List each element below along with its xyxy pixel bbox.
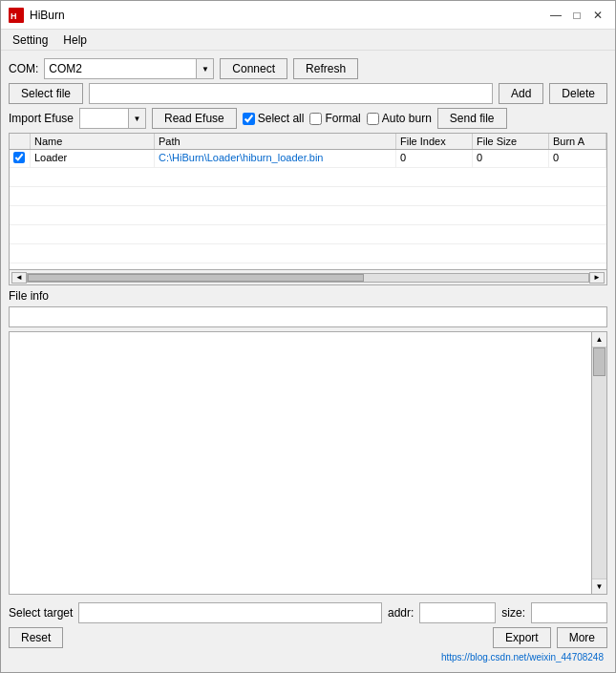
formal-checkbox-wrapper[interactable]: Formal [309,112,360,125]
file-info-row: File info [9,289,607,303]
row-checkbox-cell[interactable] [10,150,31,167]
file-action-row: Select file Add Delete [9,83,607,104]
table-row-empty-2 [10,187,606,206]
formal-label: Formal [325,112,360,125]
efuse-input[interactable] [80,109,128,128]
reset-button[interactable]: Reset [9,627,63,648]
formal-checkbox[interactable] [309,113,322,125]
connect-button[interactable]: Connect [220,58,287,79]
table-row-empty-3 [10,206,606,225]
h-scrollbar[interactable] [27,273,589,283]
row-checkbox[interactable] [13,152,25,163]
scroll-up-icon[interactable]: ▲ [592,332,607,347]
export-button[interactable]: Export [493,627,551,648]
file-table: Name Path File Index File Size Burn A Lo… [9,133,607,285]
size-input[interactable] [531,602,607,623]
v-scrollbar: ▲ ▼ [591,332,606,594]
auto-burn-checkbox-wrapper[interactable]: Auto burn [367,112,432,125]
title-bar: H HiBurn — □ ✕ [1,1,615,30]
size-label: size: [501,606,525,620]
select-all-checkbox[interactable] [243,113,255,125]
table-header: Name Path File Index File Size Burn A [10,134,606,150]
scroll-right-icon[interactable]: ► [589,272,605,284]
th-file-index: File Index [396,134,473,149]
com-input[interactable] [45,59,196,78]
table-row[interactable]: Loader C:\HiBurn\Loader\hiburn_loader.bi… [10,150,606,168]
th-name: Name [31,134,155,149]
com-arrow-icon[interactable]: ▼ [196,59,213,78]
action-row: Reset Export More [9,627,607,648]
menu-help[interactable]: Help [55,32,95,49]
refresh-button[interactable]: Refresh [293,58,358,79]
addr-label: addr: [388,606,414,620]
close-button[interactable]: ✕ [588,7,607,24]
th-path: Path [155,134,396,149]
menu-bar: Setting Help [1,30,615,51]
file-info-label: File info [9,289,49,303]
file-info-bar [9,306,607,327]
target-input[interactable] [78,602,382,623]
auto-burn-label: Auto burn [382,112,432,125]
watermark: https://blog.csdn.net/weixin_44708248 [9,652,607,664]
table-row-empty-1 [10,168,606,187]
select-all-label: Select all [258,112,305,125]
table-body: Loader C:\HiBurn\Loader\hiburn_loader.bi… [10,150,606,269]
import-efuse-label: Import Efuse [9,112,74,125]
row-file-index: 0 [396,150,473,167]
v-scroll-thumb[interactable] [593,347,605,376]
scroll-left-icon[interactable]: ◄ [11,272,27,284]
th-checkbox [10,134,31,149]
delete-button[interactable]: Delete [549,83,607,104]
app-title: HiBurn [30,9,546,22]
file-path-input[interactable] [89,83,493,104]
menu-setting[interactable]: Setting [5,32,55,49]
target-row: Select target addr: size: [9,602,607,623]
row-name: Loader [31,150,155,167]
app-logo: H [9,8,24,23]
watermark-text: https://blog.csdn.net/weixin_44708248 [441,652,604,662]
com-select[interactable]: ▼ [44,58,214,79]
efuse-arrow-icon[interactable]: ▼ [128,109,145,128]
efuse-select[interactable]: ▼ [79,108,146,129]
select-file-button[interactable]: Select file [9,83,83,104]
read-efuse-button[interactable]: Read Efuse [152,108,237,129]
com-row: COM: ▼ Connect Refresh [9,58,607,79]
com-label: COM: [9,62,38,75]
select-target-label: Select target [9,606,73,620]
th-file-size: File Size [473,134,549,149]
addr-input[interactable] [419,602,496,623]
row-burn-a: 0 [549,150,606,167]
app-window: H HiBurn — □ ✕ Setting Help COM: ▼ Conne… [0,0,616,673]
table-row-empty-5 [10,244,606,263]
log-textarea[interactable] [10,332,591,594]
svg-text:H: H [11,11,17,21]
th-burn-a: Burn A [549,134,606,149]
table-row-empty-4 [10,225,606,244]
send-file-button[interactable]: Send file [437,108,507,129]
row-path: C:\HiBurn\Loader\hiburn_loader.bin [155,150,396,167]
h-scroll-thumb[interactable] [28,274,364,282]
more-button[interactable]: More [557,627,607,648]
v-scroll-track[interactable] [592,347,606,578]
minimize-button[interactable]: — [546,7,565,24]
efuse-row: Import Efuse ▼ Read Efuse Select all For… [9,108,607,129]
scroll-down-icon[interactable]: ▼ [592,578,607,594]
add-button[interactable]: Add [499,83,543,104]
bottom-bar: Select target addr: size: Reset Export M… [9,599,607,648]
log-area-container: ▲ ▼ [9,331,607,595]
row-file-size: 0 [473,150,549,167]
select-all-checkbox-wrapper[interactable]: Select all [243,112,305,125]
maximize-button[interactable]: □ [567,7,586,24]
main-content: COM: ▼ Connect Refresh Select file Add D… [1,51,615,672]
auto-burn-checkbox[interactable] [367,113,379,125]
h-scrollbar-row: ◄ ► [10,269,606,284]
window-controls: — □ ✕ [546,7,607,24]
